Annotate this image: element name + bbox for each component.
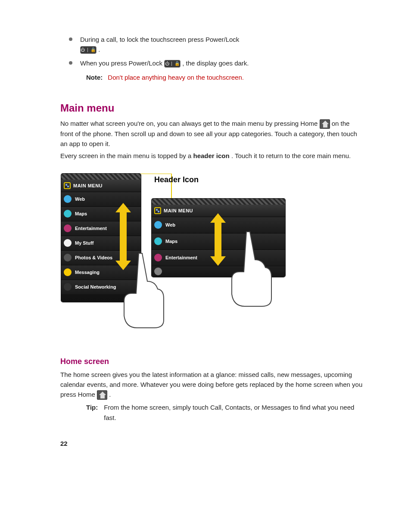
bullet-text: During a call, to lock the touchscreen p… bbox=[80, 36, 239, 43]
maps-icon bbox=[64, 210, 72, 218]
phone-header-label: MAIN MENU bbox=[73, 183, 103, 188]
note: Note: Don't place anything heavy on the … bbox=[86, 72, 364, 82]
list-item-label: Maps bbox=[75, 211, 87, 216]
globe-icon bbox=[64, 195, 72, 203]
phone-header-label: MAIN MENU bbox=[164, 208, 193, 213]
phone-status-bar bbox=[61, 174, 141, 180]
bullet-dot-icon bbox=[69, 37, 72, 41]
bullet-text: When you press Power/Lock bbox=[80, 59, 164, 67]
briefcase-icon bbox=[64, 239, 72, 247]
list-item-label: My Stuff bbox=[75, 240, 93, 246]
list-item-label: Entertainment bbox=[75, 226, 107, 231]
pointing-hand-icon bbox=[113, 251, 177, 329]
phone-status-bar bbox=[152, 199, 285, 205]
list-item-label: Web bbox=[75, 196, 85, 202]
power-lock-icon: ⏻ | 🔒 bbox=[80, 46, 97, 54]
note-label: Note: bbox=[86, 72, 103, 82]
illustration: Header Icon MAIN MENU Web Maps Entertain… bbox=[61, 174, 363, 346]
tip-label: Tip: bbox=[86, 402, 98, 423]
pointing-hand-icon bbox=[221, 230, 285, 307]
bullet-item: When you press Power/Lock ⏻ | 🔒 , the di… bbox=[69, 58, 364, 68]
bullet-body: During a call, to lock the touchscreen p… bbox=[80, 34, 364, 55]
subheading-home-screen: Home screen bbox=[60, 357, 364, 366]
list-item-label: Social Networking bbox=[75, 284, 116, 289]
people-icon bbox=[64, 283, 72, 291]
list-item-label: Messaging bbox=[75, 270, 100, 275]
main-menu-icon bbox=[154, 207, 161, 214]
paragraph-text: . bbox=[109, 391, 111, 398]
tip-text: From the home screen, simply touch Call,… bbox=[104, 402, 364, 423]
paragraph-text: No matter what screen you're on, you can… bbox=[60, 120, 320, 127]
bullet-text: , the display goes dark. bbox=[182, 59, 249, 67]
paragraph: Every screen in the main menu is topped … bbox=[60, 151, 364, 161]
bullet-dot-icon bbox=[69, 61, 72, 65]
camera-icon bbox=[64, 254, 72, 261]
list-item-label: Maps bbox=[165, 239, 177, 244]
bullet-body: When you press Power/Lock ⏻ | 🔒 , the di… bbox=[80, 58, 364, 68]
paragraph: No matter what screen you're on, you can… bbox=[60, 118, 364, 149]
paragraph: The home screen gives you the latest inf… bbox=[60, 370, 364, 400]
main-menu-icon bbox=[64, 182, 71, 189]
paragraph-text: . Touch it to return to the core main me… bbox=[231, 152, 351, 159]
globe-icon bbox=[154, 221, 162, 229]
maps-icon bbox=[154, 237, 162, 245]
list-item-label: Photos & Videos bbox=[75, 255, 112, 260]
home-icon bbox=[97, 390, 107, 400]
paragraph-text: Every screen in the main menu is topped … bbox=[60, 152, 193, 159]
tv-icon bbox=[64, 224, 72, 232]
bullet-text: . bbox=[98, 46, 100, 53]
tip: Tip: From the home screen, simply touch … bbox=[86, 402, 364, 423]
home-icon bbox=[320, 119, 330, 129]
page-number: 22 bbox=[60, 440, 364, 447]
callout-label: Header Icon bbox=[154, 175, 199, 184]
list-item: My Stuff bbox=[61, 236, 141, 250]
note-text: Don't place anything heavy on the touchs… bbox=[108, 72, 244, 82]
bullet-item: During a call, to lock the touchscreen p… bbox=[69, 34, 364, 55]
message-icon bbox=[64, 268, 72, 276]
section-heading-main-menu: Main menu bbox=[60, 102, 364, 114]
bold-term: header icon bbox=[193, 152, 230, 159]
list-item: Entertainment bbox=[61, 221, 141, 236]
list-item-label: Web bbox=[165, 222, 175, 227]
phone-header: MAIN MENU bbox=[61, 180, 141, 192]
power-lock-icon: ⏻ | 🔒 bbox=[164, 60, 181, 68]
